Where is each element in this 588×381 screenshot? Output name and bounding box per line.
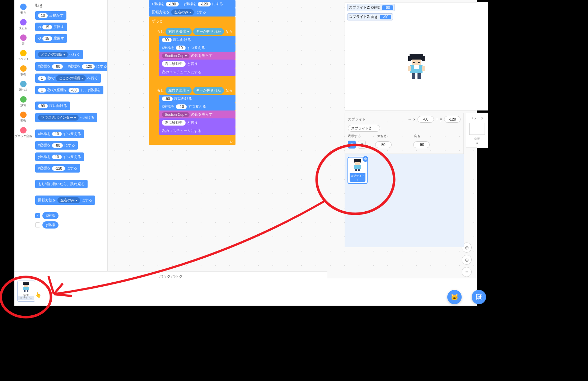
add-backdrop-button[interactable]: 🖼 xyxy=(472,290,486,304)
sprite-name-input[interactable] xyxy=(348,125,380,132)
eye-icon: 👁 xyxy=(350,142,354,147)
category-operators[interactable]: 演算 xyxy=(14,95,32,110)
block-turn-ccw[interactable]: ↺15度回す xyxy=(35,34,67,43)
block-bounce-edge[interactable]: もし端に着いたら、跳ね返る xyxy=(35,180,88,188)
sprite-on-stage[interactable] xyxy=(405,53,428,81)
reporter-x-position[interactable]: x座標 xyxy=(42,212,59,219)
svg-rect-19 xyxy=(23,287,29,290)
svg-rect-14 xyxy=(354,165,361,169)
block-set-y[interactable]: y座標を-120にする xyxy=(35,164,80,173)
svg-rect-9 xyxy=(422,66,425,71)
block-palette: 動き 10歩動かす ↻15度回す ↺15度回す どこかの場所へ行く x座標を-8… xyxy=(32,0,108,306)
category-myblocks[interactable]: ブロック定義 xyxy=(14,126,32,141)
image-icon: 🖼 xyxy=(476,293,482,301)
category-motion[interactable]: 動き xyxy=(14,2,32,18)
sprite-x-input[interactable] xyxy=(417,116,434,123)
block-glide-xy[interactable]: 1秒でx座標を-80に、y座標を xyxy=(35,86,103,94)
svg-rect-15 xyxy=(355,169,357,171)
reporter-y-position[interactable]: y座標 xyxy=(42,221,59,229)
palette-category-header: 動き xyxy=(35,3,104,8)
backdrop-count: 1 xyxy=(467,141,487,145)
svg-rect-20 xyxy=(24,290,25,292)
script-say-right[interactable]: 右に移動中と言う xyxy=(159,60,235,68)
sprite-list: 🗑 スプライト2 xyxy=(345,154,464,247)
show-sprite-button[interactable]: 👁 xyxy=(348,141,356,149)
block-set-x[interactable]: x座標を-80にする xyxy=(35,141,78,150)
block-change-x[interactable]: x座標を10ずつ変える xyxy=(35,130,84,138)
script-goto-xy[interactable]: x座標を-190、y座標を-120にする xyxy=(149,0,235,8)
turn-ccw-icon: ↺ xyxy=(38,37,41,41)
backdrop-label: 背景 xyxy=(467,137,487,141)
svg-rect-18 xyxy=(24,285,28,287)
cat-face-icon: 🐱 xyxy=(451,293,458,301)
trash-icon: 🗑 xyxy=(364,157,367,161)
svg-rect-21 xyxy=(27,290,28,292)
block-point-direction[interactable]: 90度に向ける xyxy=(35,102,70,110)
script-rotation-style[interactable]: 回転方法を左右のみにする xyxy=(149,8,235,17)
category-variables[interactable]: 変数 xyxy=(14,110,32,126)
script-play-sound-2[interactable]: Suction Cupの音を鳴らす xyxy=(159,110,235,118)
block-change-y[interactable]: y座標を10ずつ変える xyxy=(35,152,84,161)
category-sensing[interactable]: 調べる xyxy=(14,79,32,95)
script-say-left[interactable]: 左に移動中と言う xyxy=(159,118,235,127)
svg-rect-3 xyxy=(412,60,421,65)
block-goto-random[interactable]: どこかの場所へ行く xyxy=(35,50,83,59)
script-stack[interactable]: x座標を-190、y座標を-120にする 回転方法を左右のみにする ずっと もし… xyxy=(149,0,235,145)
stage-canvas[interactable]: スプライト2: x座標-80 スプライト2: 向き-90 xyxy=(345,2,488,110)
block-category-column: 動き 見た目 音 イベント 制御 調べる 演算 変数 ブロック定義 xyxy=(14,0,32,306)
script-point-dir-right[interactable]: 90度に向ける xyxy=(159,36,235,44)
cursor-icon: 👆 xyxy=(35,292,41,298)
script-if-left-arrow[interactable]: もし左向き矢印キーが押されたなら -90度に向ける x座標を-10ずつ変える S… xyxy=(154,85,235,140)
script-change-x-left[interactable]: x座標を-10ずつ変える xyxy=(159,103,235,110)
script-point-dir-left[interactable]: -90度に向ける xyxy=(159,95,235,103)
stage-selector-panel: ステージ 背景 1 xyxy=(466,113,488,148)
svg-rect-5 xyxy=(418,62,420,63)
zoom-reset-button[interactable]: = xyxy=(462,267,472,277)
svg-rect-17 xyxy=(23,282,29,285)
delete-sprite-button[interactable]: 🗑 xyxy=(363,156,368,162)
block-turn-cw[interactable]: ↻15度回す xyxy=(35,23,67,31)
backpack-item-sprite[interactable]: sprite スプライ... xyxy=(17,281,35,302)
svg-rect-13 xyxy=(355,162,360,165)
script-if-right-arrow[interactable]: もし右向き矢印キーが押されたなら 90度に向ける x座標を10ずつ変える Suc… xyxy=(154,26,235,81)
sprite-size-input[interactable] xyxy=(375,141,392,148)
hide-sprite-button[interactable]: ⊘ xyxy=(358,141,366,149)
sprite-panel-label: スプライト xyxy=(348,117,366,122)
sprite-y-input[interactable] xyxy=(444,116,461,123)
script-forever[interactable]: ずっと もし右向き矢印キーが押されたなら 90度に向ける x座標を10ずつ変える… xyxy=(149,17,235,145)
script-next-costume-2[interactable]: 次のコスチュームにする xyxy=(159,127,235,135)
backpack-area[interactable]: sprite スプライ... 👆 xyxy=(14,278,477,306)
zoom-out-button[interactable]: ⊖ xyxy=(462,255,472,265)
svg-rect-4 xyxy=(413,62,415,63)
checkbox-y-position[interactable] xyxy=(35,222,40,227)
zoom-reset-icon: = xyxy=(465,269,468,275)
monitor-x-position[interactable]: スプライト2: x座標-80 xyxy=(347,4,395,11)
sprite-direction-input[interactable] xyxy=(413,141,430,148)
add-sprite-button[interactable]: 🐱 xyxy=(447,290,462,304)
script-play-sound-1[interactable]: Suction Cupの音を鳴らす xyxy=(159,52,235,60)
block-glide-to[interactable]: 1秒でどこかの場所へ行く xyxy=(35,74,101,83)
svg-rect-12 xyxy=(354,159,361,163)
script-change-x-right[interactable]: x座標を10ずつ変える xyxy=(159,44,235,52)
monitor-direction[interactable]: スプライト2: 向き-90 xyxy=(347,13,393,20)
block-move-steps[interactable]: 10歩動かす xyxy=(35,11,66,20)
svg-rect-0 xyxy=(410,54,423,60)
category-sound[interactable]: 音 xyxy=(14,33,32,48)
eye-off-icon: ⊘ xyxy=(360,142,364,147)
svg-rect-8 xyxy=(408,66,411,71)
svg-rect-11 xyxy=(417,73,421,79)
block-goto-xy[interactable]: x座標を-80、y座標を-120にする xyxy=(35,62,108,71)
block-point-towards[interactable]: マウスのポインターへ向ける xyxy=(35,113,97,122)
stage-thumbnail[interactable] xyxy=(469,123,485,135)
zoom-controls: ⊕ ⊖ = xyxy=(462,243,472,277)
category-control[interactable]: 制御 xyxy=(14,64,32,79)
checkbox-x-position[interactable]: ✓ xyxy=(35,213,40,218)
svg-rect-10 xyxy=(412,73,415,79)
sprite-info-panel: スプライト ↔x ↕y 表示する 大きさ 向き 👁 ⊘ 🗑 スプライト2 xyxy=(345,113,464,247)
block-rotation-style[interactable]: 回転方法を左右のみにする xyxy=(35,196,95,205)
sprite-tile-sprite2[interactable]: 🗑 スプライト2 xyxy=(347,157,368,184)
svg-rect-7 xyxy=(414,65,419,69)
category-looks[interactable]: 見た目 xyxy=(14,18,32,33)
category-events[interactable]: イベント xyxy=(14,48,32,64)
script-next-costume-1[interactable]: 次のコスチュームにする xyxy=(159,68,235,76)
